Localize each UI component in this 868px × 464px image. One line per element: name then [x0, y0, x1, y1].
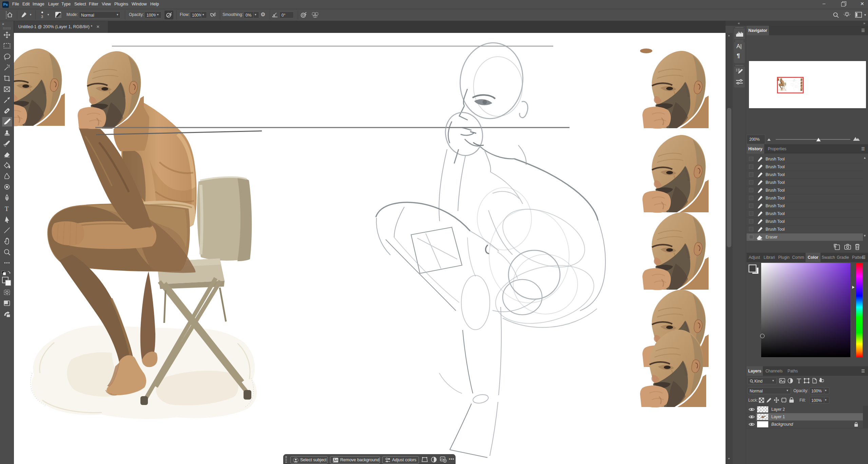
svg-text:T: T	[5, 205, 9, 212]
svg-text:»: »	[2, 22, 4, 26]
